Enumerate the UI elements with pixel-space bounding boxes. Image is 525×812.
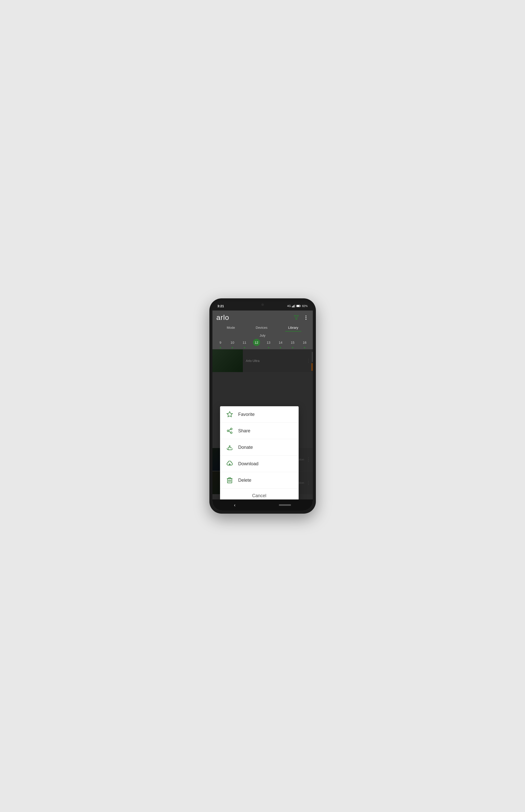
date-dot — [304, 347, 305, 348]
status-bar: 3:21 4G 82% — [212, 301, 313, 311]
date-item-15[interactable]: 15 — [289, 339, 296, 348]
menu-item-share[interactable]: Share — [220, 423, 299, 439]
donate-icon — [226, 444, 233, 451]
svg-point-14 — [230, 432, 232, 434]
status-icons: 4G 82% — [287, 304, 308, 308]
menu-item-download[interactable]: Download — [220, 456, 299, 472]
tab-devices[interactable]: Devices — [253, 324, 270, 331]
favorite-label: Favorite — [238, 412, 255, 417]
date-num: 11 — [241, 339, 248, 346]
month-label: July — [212, 333, 313, 337]
svg-point-8 — [305, 316, 306, 317]
date-dot — [244, 347, 245, 348]
header-icons — [294, 315, 309, 321]
delete-icon — [226, 477, 233, 484]
menu-item-donate[interactable]: Donate — [220, 439, 299, 456]
svg-marker-11 — [227, 411, 232, 417]
signal-icon — [292, 304, 295, 308]
context-menu: Favorite Share — [220, 406, 299, 499]
date-row: 9 10 11 12 13 — [212, 339, 313, 348]
menu-item-delete[interactable]: Delete — [220, 472, 299, 488]
date-dot — [292, 347, 293, 348]
status-time: 3:21 — [217, 304, 224, 308]
date-dot — [232, 347, 233, 348]
notch — [246, 301, 279, 309]
share-label: Share — [238, 428, 251, 434]
app-title-row: arlo — [216, 314, 309, 322]
date-strip: July 9 10 11 12 — [212, 331, 313, 349]
date-num: 13 — [265, 339, 272, 346]
svg-marker-7 — [294, 316, 298, 319]
cancel-label: Cancel — [252, 493, 266, 498]
back-button[interactable]: ‹ — [234, 502, 236, 508]
svg-rect-2 — [294, 305, 294, 308]
app-logo: arlo — [216, 314, 229, 322]
camera — [261, 303, 264, 306]
svg-point-12 — [230, 428, 232, 430]
phone-frame: 3:21 4G 82% — [209, 298, 316, 514]
date-num: 16 — [301, 339, 308, 346]
download-label: Download — [238, 461, 258, 467]
date-num: 15 — [289, 339, 296, 346]
download-icon — [226, 460, 233, 467]
date-item-14[interactable]: 14 — [277, 339, 284, 348]
menu-item-favorite[interactable]: Favorite — [220, 406, 299, 423]
svg-rect-1 — [293, 306, 294, 308]
svg-point-9 — [305, 317, 306, 318]
nav-tabs: Mode Devices Library — [216, 324, 309, 331]
tab-mode[interactable]: Mode — [224, 324, 238, 331]
date-num: 9 — [217, 339, 224, 346]
svg-rect-3 — [295, 304, 295, 308]
tab-library[interactable]: Library — [285, 324, 301, 331]
svg-line-15 — [229, 431, 230, 432]
delete-label: Delete — [238, 478, 252, 483]
battery-icon — [296, 304, 301, 308]
svg-point-13 — [227, 430, 229, 432]
date-item-13[interactable]: 13 — [265, 339, 272, 348]
date-num: 10 — [229, 339, 236, 346]
svg-rect-5 — [301, 306, 301, 307]
filter-icon[interactable] — [294, 315, 299, 321]
donate-label: Donate — [238, 445, 253, 450]
app-screen: arlo Mode — [212, 311, 313, 511]
date-item-9[interactable]: 9 — [217, 339, 224, 348]
svg-rect-0 — [292, 306, 292, 308]
date-dot — [268, 347, 269, 348]
phone-screen: 3:21 4G 82% — [212, 301, 313, 511]
menu-item-cancel[interactable]: Cancel — [220, 488, 299, 499]
svg-rect-6 — [297, 305, 300, 307]
video-list: Arlo Ultra ⋮ Favorite — [212, 349, 313, 499]
date-item-11[interactable]: 11 — [241, 339, 248, 348]
more-icon[interactable] — [303, 315, 309, 321]
home-indicator[interactable] — [279, 504, 291, 506]
svg-line-16 — [229, 429, 230, 430]
date-dot — [220, 347, 221, 348]
share-icon — [226, 427, 233, 434]
date-num-active: 12 — [253, 339, 260, 346]
date-item-16[interactable]: 16 — [301, 339, 308, 348]
svg-point-10 — [305, 319, 306, 320]
favorite-icon — [226, 411, 233, 418]
date-dot — [280, 347, 281, 348]
date-item-10[interactable]: 10 — [229, 339, 236, 348]
app-header: arlo Mode — [212, 311, 313, 331]
date-item-12[interactable]: 12 — [253, 339, 260, 348]
battery-label: 82% — [302, 304, 308, 308]
signal-label: 4G — [287, 304, 291, 308]
date-num: 14 — [277, 339, 284, 346]
bottom-nav: ‹ — [212, 499, 313, 511]
